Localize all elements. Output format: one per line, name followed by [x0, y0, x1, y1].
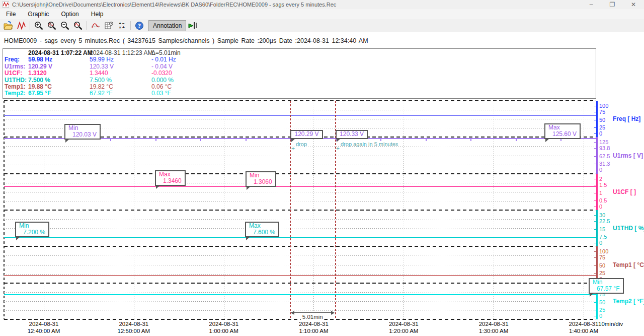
- minmax-annotation-box[interactable]: Min7.200 %: [15, 222, 49, 237]
- axis-channel-label: U1rms [ V]: [613, 152, 643, 159]
- annotation-line: Min: [19, 223, 45, 229]
- sag-event-mark: [110, 139, 111, 141]
- window-title: C:\Users\johnj\OneDrive\Documents\Electr…: [12, 2, 336, 8]
- axis-tick: [594, 120, 596, 120]
- zoom-in-icon[interactable]: [33, 20, 45, 31]
- right-axis-bar: [596, 283, 598, 319]
- gridline: [4, 119, 596, 119]
- legend-value: 1.3120: [28, 70, 90, 77]
- axis-tick: [594, 279, 596, 280]
- annotation-line: 7.600 %: [249, 229, 275, 236]
- axis-scale-label: 1.5: [599, 182, 607, 187]
- axis-tick: [594, 142, 596, 143]
- menu-item-file[interactable]: File: [0, 10, 22, 19]
- legend-col-header: Δ=5.01min: [151, 50, 282, 56]
- gridline: [4, 255, 596, 256]
- delta-measure-label: 5.01min: [301, 314, 325, 320]
- close-icon[interactable]: ✕: [623, 0, 644, 9]
- x-axis-time-label: 12:50:00 AM: [99, 328, 169, 334]
- gridline: [4, 219, 596, 220]
- axis-tick: [594, 288, 596, 289]
- cursor-line[interactable]: [290, 101, 291, 319]
- axis-channel-label: Temp2 [ °F]: [613, 298, 644, 305]
- axis-tick: [594, 164, 596, 164]
- axis-scale-label: 75: [599, 109, 605, 115]
- axis-scale-label: 0: [599, 167, 602, 173]
- axis-tick: [594, 179, 596, 179]
- zoom-in-trace-icon[interactable]: [46, 20, 58, 31]
- axis-scale-label: 0: [599, 131, 602, 137]
- open-file-icon[interactable]: [2, 20, 14, 31]
- minmax-annotation-box[interactable]: Min67.57 °F: [589, 278, 624, 294]
- axis-tick: [594, 316, 596, 316]
- minmax-annotation-box[interactable]: Min1.3060: [246, 171, 276, 187]
- axis-channel-label: Temp1 [ °C]: [613, 261, 644, 268]
- legend-value: 59.98 Hz: [28, 56, 90, 63]
- curve-overview-icon[interactable]: [90, 20, 102, 31]
- axis-tick: [594, 112, 596, 112]
- chart-left-border: [4, 101, 5, 319]
- menu-item-graphic[interactable]: Graphic: [22, 10, 55, 19]
- axis-scale-label: 22.5: [599, 219, 610, 224]
- cursor-value-box[interactable]: 120.29 V: [290, 130, 323, 139]
- legend-channel-label: Temp1:: [3, 84, 28, 90]
- annotation-line: 1.3060: [250, 179, 272, 185]
- gridline: [4, 237, 596, 238]
- annotation-button[interactable]: Annotation: [148, 20, 186, 31]
- axis-scale-label: 0: [599, 277, 602, 282]
- annotation-line: 120.03 V: [68, 131, 97, 138]
- axis-tick: [594, 156, 596, 157]
- user-note[interactable]: drop again in 5 minutes: [341, 141, 398, 147]
- cursor-tool-icon[interactable]: [187, 20, 199, 31]
- help-icon[interactable]: ?: [133, 20, 145, 31]
- gridline: [4, 265, 596, 265]
- axis-tick: [594, 170, 596, 170]
- band-boundary: [4, 319, 596, 320]
- axis-scale-label: 75: [599, 291, 605, 297]
- math-channels-icon[interactable]: + −× ÷: [116, 20, 128, 31]
- axis-scale-label: 25: [599, 307, 605, 312]
- minmax-annotation-box[interactable]: Min120.03 V: [64, 124, 101, 140]
- legend-row-u1cf: U1CF:1.31201.3440-0.0320: [3, 70, 596, 77]
- menu-item-help[interactable]: Help: [85, 10, 110, 19]
- axis-tick: [594, 251, 596, 252]
- gridline: [4, 156, 596, 156]
- trace-u1thd: [4, 237, 596, 238]
- zoom-out-icon[interactable]: [59, 20, 71, 31]
- band-boundary: [4, 210, 596, 211]
- cursor-line[interactable]: [335, 101, 336, 319]
- axis-scale-label: 100: [599, 103, 608, 109]
- display-setup-icon[interactable]: [103, 20, 115, 31]
- minmax-annotation-box[interactable]: Max7.600 %: [245, 222, 279, 237]
- sag-event-mark: [380, 139, 381, 141]
- axis-tick: [594, 185, 596, 185]
- legend-value: 59.99 Hz: [90, 56, 151, 63]
- waveform-icon[interactable]: [15, 20, 27, 31]
- restore-icon[interactable]: ❐: [602, 0, 623, 9]
- x-axis-date-label: 2024-08-31: [458, 321, 529, 327]
- menu-item-option[interactable]: Option: [55, 10, 85, 19]
- cursor-value-box[interactable]: 120.33 V: [336, 130, 368, 139]
- annotation-line: Min: [593, 279, 620, 286]
- delta-arrow-right: [331, 311, 335, 315]
- sag-event-mark: [200, 139, 201, 141]
- minmax-annotation-box[interactable]: Max125.60 V: [544, 123, 581, 139]
- annotation-line: 125.60 V: [548, 131, 577, 138]
- axis-scale-label: 100: [599, 285, 608, 291]
- minmax-annotation-box[interactable]: Max1.3460: [155, 170, 186, 186]
- legend-value: 0.000 %: [151, 77, 282, 84]
- gridline: [4, 292, 596, 293]
- minimize-icon[interactable]: –: [581, 0, 602, 9]
- x-axis-date-label: 2024-08-31: [278, 321, 349, 327]
- legend-col-header: [3, 50, 28, 56]
- trace-temp2: [4, 294, 596, 295]
- legend-channel-label: U1CF:: [3, 70, 28, 77]
- zoom-out-trace-icon[interactable]: [72, 20, 84, 31]
- legend-value: 67.92 °F: [90, 90, 151, 97]
- right-axis-bar: [596, 101, 598, 137]
- trace-temp1: [4, 275, 596, 276]
- gridline: [4, 274, 596, 275]
- axis-scale-label: 7.5: [599, 234, 607, 240]
- gridline: [4, 146, 596, 147]
- user-note[interactable]: drop: [296, 141, 307, 147]
